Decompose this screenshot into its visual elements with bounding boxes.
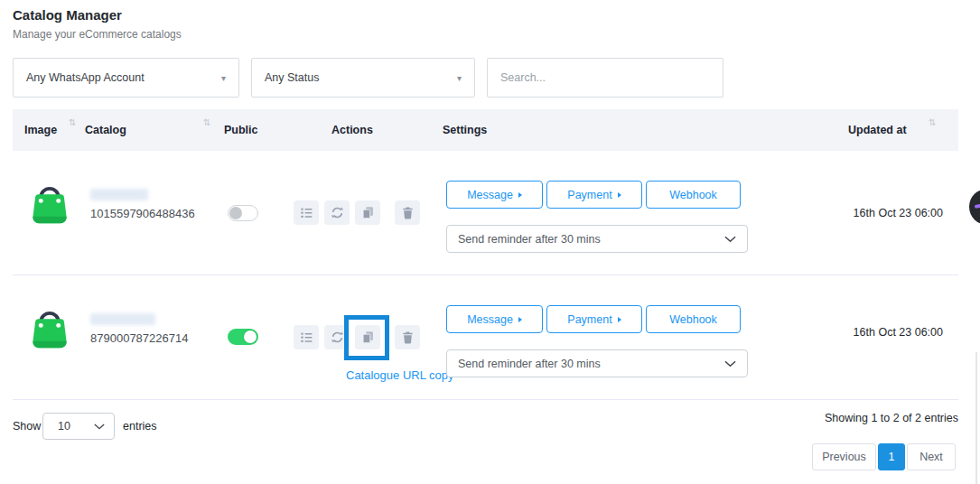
sort-icon[interactable]: ⇅ xyxy=(203,117,209,127)
sort-icon[interactable]: ⇅ xyxy=(69,117,74,127)
payment-settings-button[interactable]: Payment xyxy=(546,181,642,209)
status-select[interactable]: Any Status ▾ xyxy=(251,58,475,98)
list-icon xyxy=(300,206,313,219)
delete-catalog-button[interactable] xyxy=(395,200,420,225)
shopping-bag-icon xyxy=(26,179,73,226)
column-header-image[interactable]: Image xyxy=(24,124,57,136)
trash-icon xyxy=(401,330,415,344)
updated-at: 16th Oct 23 06:00 xyxy=(811,326,943,339)
toggle-knob xyxy=(229,207,242,219)
copy-icon xyxy=(361,206,375,219)
column-header-settings: Settings xyxy=(443,124,487,136)
whatsapp-account-select[interactable]: Any WhatsApp Account ▾ xyxy=(13,58,239,98)
message-settings-button[interactable]: Message xyxy=(446,305,543,333)
next-page-button[interactable]: Next xyxy=(907,443,956,470)
page-size-value: 10 xyxy=(58,420,70,433)
toggle-knob xyxy=(244,330,257,343)
catalog-name-redacted xyxy=(90,189,148,200)
column-header-actions: Actions xyxy=(331,124,373,136)
row-divider xyxy=(13,399,958,400)
sort-icon[interactable]: ⇅ xyxy=(929,117,934,127)
message-button-label: Message xyxy=(467,189,513,201)
reminder-select[interactable]: Send reminder after 30 mins xyxy=(446,225,748,253)
refresh-icon xyxy=(331,330,344,344)
trash-icon xyxy=(401,206,415,219)
message-settings-button[interactable]: Message xyxy=(446,181,543,209)
catalog-id: 879000787226714 xyxy=(90,331,188,345)
column-header-updated-at[interactable]: Updated at xyxy=(848,124,907,136)
page-size-select[interactable]: 10 xyxy=(42,413,115,440)
payment-button-label: Payment xyxy=(567,189,611,201)
shopping-bag-icon xyxy=(26,303,73,350)
previous-page-button[interactable]: Previous xyxy=(812,443,876,470)
search-input[interactable] xyxy=(487,58,723,98)
reminder-select-value: Send reminder after 30 mins xyxy=(458,233,601,246)
annotation-highlight-box xyxy=(344,315,389,360)
row-divider xyxy=(13,275,958,275)
webhook-button-label: Webhook xyxy=(669,313,717,326)
page-title: Catalog Manager xyxy=(13,7,122,23)
catalog-products-button[interactable] xyxy=(294,200,319,225)
public-toggle[interactable] xyxy=(228,205,258,221)
scrollbar-edge xyxy=(975,352,977,484)
page-subtitle: Manage your eCommerce catalogs xyxy=(13,28,182,41)
whatsapp-account-select-value: Any WhatsApp Account xyxy=(26,71,145,84)
webhook-settings-button[interactable]: Webhook xyxy=(646,305,741,333)
floating-widget-button[interactable] xyxy=(969,189,980,225)
catalog-name-redacted xyxy=(90,313,155,325)
chevron-down-icon xyxy=(94,424,105,430)
caret-down-icon: ▾ xyxy=(221,73,226,83)
caret-right-icon xyxy=(518,192,522,198)
caret-down-icon: ▾ xyxy=(457,73,462,83)
caret-right-icon xyxy=(618,192,621,198)
catalog-image xyxy=(26,303,73,350)
webhook-settings-button[interactable]: Webhook xyxy=(646,181,741,209)
copy-url-button[interactable] xyxy=(355,200,380,225)
refresh-icon xyxy=(331,206,344,219)
widget-glyph xyxy=(975,203,980,209)
reminder-select[interactable]: Send reminder after 30 mins xyxy=(446,349,748,377)
sync-catalog-button[interactable] xyxy=(324,200,350,225)
entries-label: entries xyxy=(123,420,157,433)
payment-settings-button[interactable]: Payment xyxy=(546,305,642,333)
public-toggle[interactable] xyxy=(228,329,258,345)
reminder-select-value: Send reminder after 30 mins xyxy=(458,358,601,370)
catalog-id: 1015597906488436 xyxy=(90,207,195,220)
catalog-manager-page: Catalog Manager Manage your eCommerce ca… xyxy=(0,0,980,484)
caret-right-icon xyxy=(618,317,621,322)
updated-at: 16th Oct 23 06:00 xyxy=(811,207,943,219)
payment-button-label: Payment xyxy=(567,313,611,326)
caret-right-icon xyxy=(518,317,522,322)
chevron-down-icon xyxy=(724,360,736,368)
status-select-value: Any Status xyxy=(265,71,319,84)
page-number-button[interactable]: 1 xyxy=(878,443,905,470)
delete-catalog-button[interactable] xyxy=(395,325,420,349)
catalog-image xyxy=(26,179,73,226)
column-header-public: Public xyxy=(224,124,258,136)
chevron-down-icon xyxy=(724,236,736,243)
webhook-button-label: Webhook xyxy=(669,189,717,201)
list-icon xyxy=(300,330,313,344)
column-header-catalog[interactable]: Catalog xyxy=(85,124,126,136)
show-label: Show xyxy=(13,420,41,433)
annotation-caption: Catalogue URL copy xyxy=(346,368,453,382)
showing-entries-text: Showing 1 to 2 of 2 entries xyxy=(778,412,958,424)
message-button-label: Message xyxy=(467,313,513,326)
catalog-products-button[interactable] xyxy=(294,325,319,349)
